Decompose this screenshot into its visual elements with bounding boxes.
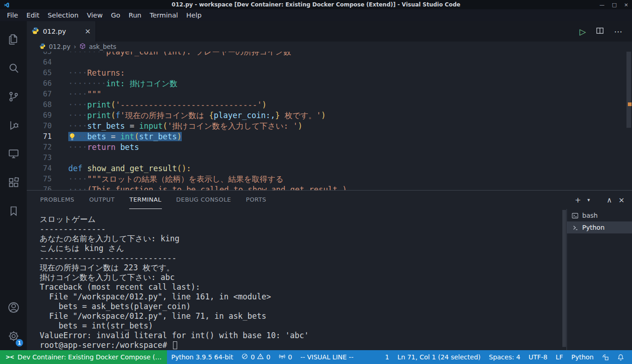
whitespace-dots: ···· bbox=[68, 174, 87, 184]
python-interpreter[interactable]: Python 3.9.5 64-bit bbox=[167, 350, 237, 364]
source-control-icon[interactable] bbox=[0, 82, 27, 111]
code-line[interactable]: 75····"""スロットの結果（絵柄）を表示し、結果を取得する bbox=[27, 174, 626, 185]
panel-tab-terminal[interactable]: TERMINAL bbox=[129, 191, 162, 209]
accounts-icon[interactable] bbox=[0, 293, 27, 322]
vim-mode-indicator[interactable]: -- VISUAL LINE -- bbox=[296, 350, 358, 364]
window-controls: — □ × bbox=[599, 0, 628, 9]
menu-item-run[interactable]: Run bbox=[125, 9, 146, 21]
minimize-button[interactable]: — bbox=[599, 2, 604, 8]
scrollbar-thumb[interactable] bbox=[562, 210, 566, 347]
menu-item-selection[interactable]: Selection bbox=[43, 9, 83, 21]
warning-count: 0 bbox=[266, 353, 270, 361]
terminal-scrollbar[interactable] bbox=[562, 209, 566, 350]
eol-status[interactable]: LF bbox=[552, 353, 567, 361]
panel-tab-output[interactable]: OUTPUT bbox=[89, 191, 115, 209]
editor-scrollbar[interactable] bbox=[626, 52, 632, 190]
remote-icon: >< bbox=[6, 354, 14, 360]
settings-gear-icon[interactable]: 1 bbox=[0, 322, 27, 350]
code-line[interactable]: 69····print(f'現在の所持コイン数は {player_coin:,}… bbox=[27, 110, 626, 121]
code-line[interactable]: 76····(This function is to be called to … bbox=[27, 185, 626, 190]
code-line[interactable]: 72····return bets bbox=[27, 142, 626, 153]
broadcast-icon[interactable] bbox=[598, 354, 613, 361]
bookmarks-icon[interactable] bbox=[0, 197, 27, 225]
radio-tower-icon bbox=[279, 353, 286, 361]
line-number: 72 bbox=[27, 142, 68, 153]
code-line[interactable]: 66········int: 掛けコイン数 bbox=[27, 78, 626, 89]
code-line[interactable]: 64 bbox=[27, 57, 626, 68]
extensions-icon[interactable] bbox=[0, 168, 27, 197]
editor-actions: ▷ ⋯ bbox=[579, 21, 632, 42]
line-number: 70 bbox=[27, 121, 68, 131]
code-line[interactable]: 65····Returns: bbox=[27, 68, 626, 78]
code-line[interactable]: 73 bbox=[27, 153, 626, 163]
macro-count: 1 bbox=[381, 353, 394, 361]
terminal-line: File "/workspace/012.py", line 71, in as… bbox=[40, 311, 562, 321]
menu-item-view[interactable]: View bbox=[83, 9, 107, 21]
panel-tab-problems[interactable]: PROBLEMS bbox=[40, 191, 75, 209]
code-line[interactable]: 68····print('---------------------------… bbox=[27, 100, 626, 110]
warning-icon bbox=[257, 353, 264, 361]
split-editor-icon[interactable] bbox=[596, 27, 604, 36]
search-icon[interactable] bbox=[0, 54, 27, 82]
line-number: 65 bbox=[27, 68, 68, 78]
language-mode[interactable]: Python bbox=[567, 353, 598, 361]
terminal-list-item-bash[interactable]: bash bbox=[567, 209, 632, 221]
title-bar: 012.py - workspace [Dev Container: Exist… bbox=[0, 0, 632, 9]
line-number: 66 bbox=[27, 78, 68, 89]
close-panel-icon[interactable]: × bbox=[619, 196, 625, 204]
code-line[interactable]: 74def show_and_get_result(): bbox=[27, 163, 626, 174]
whitespace-dots: ···· bbox=[68, 111, 87, 120]
tab-012py[interactable]: 012.py × bbox=[27, 21, 96, 42]
scrollbar-thumb[interactable] bbox=[626, 52, 631, 128]
lightbulb-icon[interactable] bbox=[68, 132, 77, 141]
run-button[interactable]: ▷ bbox=[579, 27, 586, 36]
terminal-list-item-python[interactable]: Python bbox=[567, 221, 632, 233]
encoding-status[interactable]: UTF-8 bbox=[525, 353, 552, 361]
breadcrumb-file[interactable]: 012.py bbox=[49, 43, 71, 50]
code-editor[interactable]: 63········player_coin (int): プレーヤーの所持コイン… bbox=[27, 52, 632, 190]
code-line[interactable]: 71····bets = int(str_bets) bbox=[27, 131, 626, 142]
remote-explorer-icon[interactable] bbox=[0, 139, 27, 168]
terminal-line: 掛けコイン数を入力して下さい: abc bbox=[40, 273, 562, 282]
whitespace-dots: ········ bbox=[68, 79, 106, 88]
new-terminal-button[interactable]: + bbox=[575, 196, 581, 204]
close-window-button[interactable]: × bbox=[624, 2, 628, 8]
tab-close-icon[interactable]: × bbox=[85, 28, 91, 35]
terminal-line: root@app-server:/workspace# bbox=[40, 340, 562, 350]
indentation-status[interactable]: Spaces: 4 bbox=[485, 353, 525, 361]
remote-label: Dev Container: Existing Docker Compose (… bbox=[18, 353, 161, 361]
notifications-bell-icon[interactable] bbox=[613, 354, 628, 361]
more-actions-icon[interactable]: ⋯ bbox=[614, 27, 623, 36]
whitespace-dots: ···· bbox=[68, 68, 87, 78]
panel-tab-ports[interactable]: PORTS bbox=[245, 191, 267, 209]
ports-status[interactable]: 0 bbox=[274, 350, 296, 364]
code-line[interactable]: 63········player_coin (int): プレーヤーの所持コイン… bbox=[27, 52, 626, 57]
menu-item-file[interactable]: File bbox=[3, 9, 22, 21]
terminal-line: Traceback (most recent call last): bbox=[40, 282, 562, 292]
vscode-logo-icon bbox=[3, 1, 10, 8]
remote-indicator[interactable]: >< Dev Container: Existing Docker Compos… bbox=[0, 350, 167, 364]
whitespace-dots: ···· bbox=[68, 90, 87, 99]
cursor-position[interactable]: Ln 71, Col 1 (24 selected) bbox=[394, 353, 485, 361]
run-debug-icon[interactable] bbox=[0, 111, 27, 139]
line-number: 69 bbox=[27, 110, 68, 121]
menu-item-edit[interactable]: Edit bbox=[22, 9, 43, 21]
explorer-icon[interactable] bbox=[0, 25, 27, 54]
maximize-button[interactable]: □ bbox=[612, 2, 616, 8]
menu-item-terminal[interactable]: Terminal bbox=[146, 9, 182, 21]
vscode-window: 012.py - workspace [Dev Container: Exist… bbox=[0, 0, 632, 364]
line-number: 71 bbox=[27, 131, 68, 142]
menu-item-go[interactable]: Go bbox=[107, 9, 125, 21]
code-line[interactable]: 67····""" bbox=[27, 89, 626, 100]
terminal-dropdown-icon[interactable]: ▾ bbox=[587, 197, 590, 203]
line-number: 67 bbox=[27, 89, 68, 100]
menu-item-help[interactable]: Help bbox=[182, 9, 206, 21]
panel-tab-debug-console[interactable]: DEBUG CONSOLE bbox=[176, 191, 232, 209]
terminal-line: スロットゲーム bbox=[40, 215, 562, 224]
problems-status[interactable]: 0 0 bbox=[237, 350, 274, 364]
tab-label: 012.py bbox=[43, 28, 66, 35]
code-line[interactable]: 70····str_bets = input('掛けコイン数を入力して下さい: … bbox=[27, 121, 626, 131]
terminal-output[interactable]: スロットゲーム--------------あなたの名前を入力して下さい: kin… bbox=[27, 209, 562, 350]
breadcrumb-symbol[interactable]: ask_bets bbox=[89, 43, 116, 50]
maximize-panel-icon[interactable]: ∧ bbox=[607, 196, 612, 204]
